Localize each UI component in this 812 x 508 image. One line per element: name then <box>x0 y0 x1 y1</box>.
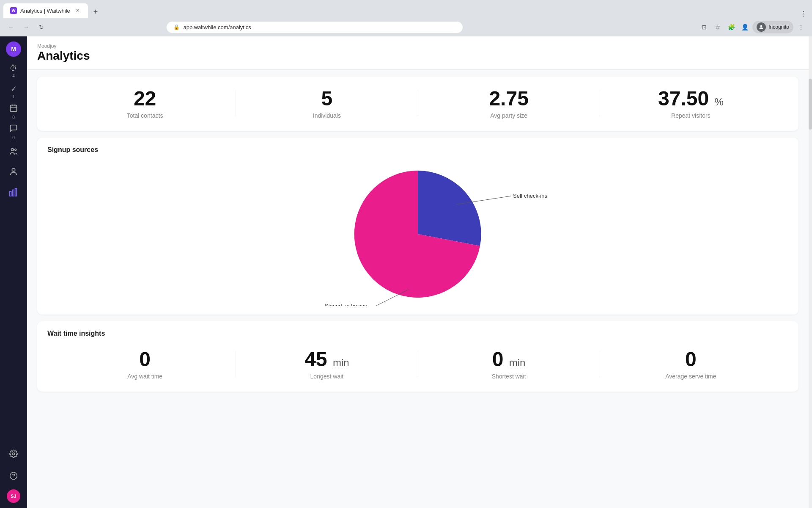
address-bar: ← → ↻ 🔒 app.waitwhile.com/analytics ⊡ ☆ … <box>0 18 812 36</box>
content-area: 22 Total contacts 5 Individuals 2.75 Avg… <box>27 77 809 409</box>
stats-card: 22 Total contacts 5 Individuals 2.75 Avg… <box>37 77 798 131</box>
browser-chrome: W Analytics | Waitwhile ✕ + ⋮ ← → ↻ 🔒 ap… <box>0 0 812 36</box>
stat-label-total-contacts: Total contacts <box>54 112 236 119</box>
sidebar-item-calendar[interactable]: 0 <box>4 102 23 121</box>
back-button[interactable]: ← <box>5 21 17 33</box>
app-container: M ⏱ 4 ✓ 1 0 0 <box>0 36 812 508</box>
bookmark-icon[interactable]: ☆ <box>712 21 724 33</box>
sidebar-bottom: SJ <box>4 445 23 503</box>
stat-shortest-wait: 0 min Shortest wait <box>418 349 600 380</box>
new-tab-button[interactable]: + <box>90 6 102 18</box>
label-signed-up: Signed up by you <box>325 303 367 306</box>
org-avatar[interactable]: M <box>6 41 21 57</box>
sidebar-item-tasks[interactable]: ✓ 1 <box>4 82 23 101</box>
stat-individuals: 5 Individuals <box>236 88 417 119</box>
tab-close-button[interactable]: ✕ <box>74 7 81 14</box>
sidebar-item-groups[interactable] <box>4 143 23 162</box>
main-content: Moodjoy Analytics 22 Total contacts 5 In… <box>27 36 809 508</box>
stat-label-avg-wait: Avg wait time <box>54 373 236 380</box>
incognito-avatar-icon <box>757 22 766 32</box>
calendar-badge: 0 <box>12 115 15 120</box>
customers-icon <box>9 167 18 179</box>
pie-chart-svg: Self check-ins Signed up by you <box>270 162 566 306</box>
svg-rect-8 <box>10 191 11 196</box>
sidebar-item-customers[interactable] <box>4 163 23 182</box>
stat-value-avg-serve: 0 <box>600 349 782 370</box>
stat-total-contacts: 22 Total contacts <box>54 88 236 119</box>
lock-icon: 🔒 <box>173 24 180 30</box>
queue-badge: 4 <box>12 74 15 78</box>
toolbar-icons: ⊡ ☆ 🧩 👤 Incognito ⋮ <box>698 21 807 33</box>
url-bar[interactable]: 🔒 app.waitwhile.com/analytics <box>167 22 463 33</box>
stat-repeat-visitors: 37.50 % Repeat visitors <box>600 88 782 119</box>
wait-time-card: Wait time insights 0 Avg wait time 45 mi… <box>37 321 798 392</box>
wait-stats: 0 Avg wait time 45 min Longest wait 0 mi… <box>37 337 798 392</box>
user-avatar[interactable]: SJ <box>7 489 20 503</box>
profile-icon[interactable]: 👤 <box>739 21 751 33</box>
shortest-unit: min <box>509 357 526 368</box>
stat-label-avg-party-size: Avg party size <box>418 112 600 119</box>
sidebar-item-queue[interactable]: ⏱ 4 <box>4 62 23 80</box>
svg-rect-10 <box>15 188 17 196</box>
tab-bar: W Analytics | Waitwhile ✕ + ⋮ <box>0 0 812 18</box>
pie-segment-self-checkins <box>418 171 481 246</box>
app-header: Moodjoy Analytics <box>27 36 809 70</box>
stat-value-total-contacts: 22 <box>54 88 236 109</box>
forward-button[interactable]: → <box>20 21 32 33</box>
stat-label-repeat-visitors: Repeat visitors <box>600 112 782 119</box>
cast-icon[interactable]: ⊡ <box>698 21 710 33</box>
refresh-button[interactable]: ↻ <box>36 21 47 33</box>
stat-longest-wait: 45 min Longest wait <box>236 349 417 380</box>
tasks-icon: ✓ <box>11 84 17 94</box>
scrollbar[interactable] <box>809 36 812 508</box>
stat-value-avg-party-size: 2.75 <box>418 88 600 109</box>
stat-value-individuals: 5 <box>236 88 417 109</box>
help-icon <box>9 472 18 482</box>
stat-label-individuals: Individuals <box>236 112 417 119</box>
percent-sign: % <box>714 96 723 108</box>
stat-avg-party-size: 2.75 Avg party size <box>418 88 600 119</box>
sidebar-item-analytics[interactable] <box>4 184 23 202</box>
svg-rect-9 <box>12 190 14 196</box>
incognito-button[interactable]: Incognito <box>752 21 793 33</box>
stat-value-longest-wait: 45 min <box>236 349 417 370</box>
incognito-label: Incognito <box>768 24 789 30</box>
calendar-icon <box>9 104 18 114</box>
svg-point-5 <box>11 148 14 151</box>
queue-icon: ⏱ <box>10 64 17 73</box>
longest-unit: min <box>333 357 349 368</box>
browser-menu-button[interactable]: ⋮ <box>795 21 807 33</box>
wait-time-title: Wait time insights <box>47 330 788 337</box>
svg-point-11 <box>13 453 15 455</box>
messages-badge: 0 <box>12 135 15 140</box>
tab-extra-menu[interactable]: ⋮ <box>800 10 812 18</box>
wait-time-header: Wait time insights <box>37 321 798 337</box>
org-name: Moodjoy <box>37 43 798 49</box>
pie-chart-container: Self check-ins Signed up by you <box>270 162 566 306</box>
sidebar: M ⏱ 4 ✓ 1 0 0 <box>0 36 27 508</box>
svg-point-0 <box>760 25 763 27</box>
stat-value-shortest-wait: 0 min <box>418 349 600 370</box>
svg-point-6 <box>15 149 16 150</box>
sidebar-item-settings[interactable] <box>4 445 23 464</box>
scrollbar-thumb[interactable] <box>809 79 812 130</box>
url-text: app.waitwhile.com/analytics <box>183 24 251 30</box>
signup-sources-title: Signup sources <box>47 146 788 154</box>
svg-point-7 <box>12 168 15 171</box>
stat-avg-serve-time: 0 Average serve time <box>600 349 782 380</box>
stat-avg-wait: 0 Avg wait time <box>54 349 236 380</box>
groups-icon <box>9 147 18 158</box>
sidebar-item-help[interactable] <box>4 467 23 486</box>
tab-favicon: W <box>10 7 17 14</box>
stat-value-repeat-visitors: 37.50 % <box>600 88 782 109</box>
extensions-icon[interactable]: 🧩 <box>725 21 737 33</box>
tasks-badge: 1 <box>12 94 15 99</box>
messages-icon <box>9 124 18 135</box>
page-title: Analytics <box>37 49 798 63</box>
analytics-icon <box>9 188 18 199</box>
active-tab[interactable]: W Analytics | Waitwhile ✕ <box>3 3 88 18</box>
stat-value-avg-wait: 0 <box>54 349 236 370</box>
sidebar-item-messages[interactable]: 0 <box>4 123 23 141</box>
svg-rect-1 <box>11 105 17 111</box>
stat-label-shortest-wait: Shortest wait <box>418 373 600 380</box>
